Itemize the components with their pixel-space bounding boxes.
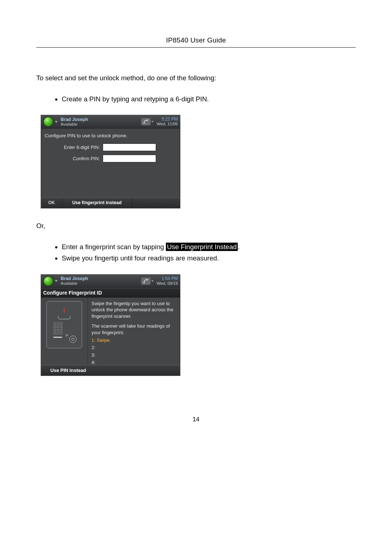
step-1: 1: Swipe. — [91, 337, 177, 344]
ok-button[interactable]: OK — [41, 198, 62, 208]
step-3: 3: — [91, 352, 177, 358]
header-rule — [36, 47, 356, 48]
bullet-list-2: Enter a fingerprint scan by tapping Use … — [36, 241, 356, 264]
fingerprint-instructions: Swipe the fingertip you want to use to u… — [88, 297, 180, 365]
status-bar-identity: Brad Joseph Available — [61, 117, 141, 126]
call-caret-icon[interactable] — [151, 280, 154, 282]
use-fingerprint-button[interactable]: Use fingerprint instead — [62, 198, 132, 208]
fingerprint-config-screenshot: Brad Joseph Available 1:54 PM Wed, 09/19… — [41, 274, 180, 376]
dot-icon — [66, 334, 68, 336]
bullet-fp-enter-post: . — [238, 243, 240, 251]
use-pin-instead-button[interactable]: Use PIN Instead — [41, 365, 95, 376]
softkey-bar: Use PIN Instead — [41, 365, 180, 376]
or-text: Or, — [36, 221, 356, 231]
bullet-fp-swipe: Swipe you fingertip until four readings … — [62, 252, 356, 264]
call-forward-icon[interactable] — [141, 278, 151, 285]
status-bar-identity: Brad Joseph Available — [61, 276, 141, 285]
enter-pin-row: Enter 6-digit PIN: — [45, 143, 176, 151]
time-value: 1:54 PM — [156, 276, 178, 281]
nav-disc-icon — [69, 336, 77, 343]
user-status: Available — [61, 281, 141, 285]
presence-indicator-icon[interactable] — [43, 276, 53, 286]
svg-point-0 — [143, 122, 145, 124]
pin-config-screenshot: Brad Joseph Available 5:22 PM Wed, 11/05… — [41, 115, 180, 208]
confirm-pin-label: Confirm PIN: — [45, 156, 103, 161]
presence-indicator-icon[interactable] — [43, 117, 53, 127]
enter-pin-label: Enter 6-digit PIN: — [45, 145, 103, 150]
call-forward-icon[interactable] — [141, 118, 151, 125]
page-number: 14 — [36, 416, 356, 423]
fingerprint-body: ↓ ▢▢▢ ▢▢▢ ▢▢▢ ▢▢▢ Swipe the fingertip yo… — [41, 297, 180, 365]
bullet-pin: Create a PIN by typing and retyping a 6-… — [62, 93, 356, 105]
presence-caret-icon[interactable] — [55, 121, 58, 123]
fingerprint-illustration-panel: ↓ ▢▢▢ ▢▢▢ ▢▢▢ ▢▢▢ — [41, 297, 88, 365]
pin-body: Configure PIN to use to unlock phone. En… — [41, 129, 180, 198]
call-caret-icon[interactable] — [151, 121, 154, 122]
swipe-down-arrow-icon: ↓ — [62, 304, 67, 314]
fp-instruction-1: Swipe the fingertip you want to use to u… — [91, 300, 177, 320]
screen-title: Configure Fingerprint ID — [41, 288, 180, 297]
bullet-fp-enter: Enter a fingerprint scan by tapping Use … — [62, 241, 356, 252]
fp-instruction-2: The scanner will take four readings of y… — [91, 323, 177, 336]
presence-caret-icon[interactable] — [55, 280, 58, 282]
intro-paragraph: To select and set the unlock method, do … — [36, 73, 356, 83]
pin-instruction: Configure PIN to use to unlock phone. — [45, 133, 176, 138]
softkey-spacer — [132, 198, 180, 208]
keypad-icon: ▢▢▢ ▢▢▢ ▢▢▢ ▢▢▢ — [53, 322, 63, 339]
date-value: Wed, 09/19 — [156, 281, 178, 286]
status-bar: Brad Joseph Available 5:22 PM Wed, 11/05 — [41, 115, 180, 129]
user-name: Brad Joseph — [61, 117, 141, 122]
user-status: Available — [61, 122, 141, 126]
document-page: IP8540 User Guide To select and set the … — [0, 0, 392, 445]
clock: 1:54 PM Wed, 09/19 — [156, 276, 178, 286]
enter-pin-input[interactable] — [103, 143, 156, 151]
time-value: 5:22 PM — [156, 117, 178, 122]
use-fingerprint-instead-label: Use Fingerprint Instead — [166, 243, 238, 251]
scanner-slot-icon — [58, 316, 70, 319]
page-header-title: IP8540 User Guide — [36, 36, 356, 44]
bullet-fp-enter-pre: Enter a fingerprint scan by tapping — [62, 243, 166, 251]
step-4: 4: — [91, 359, 177, 366]
reading-steps: 1: Swipe. 2: 3: 4: — [91, 336, 177, 366]
date-value: Wed, 11/05 — [156, 122, 178, 126]
confirm-pin-input[interactable] — [103, 155, 156, 162]
bullet-list-1: Create a PIN by typing and retyping a 6-… — [36, 93, 356, 105]
svg-point-1 — [143, 282, 145, 283]
user-name: Brad Joseph — [61, 276, 141, 281]
phone-illustration-icon: ↓ ▢▢▢ ▢▢▢ ▢▢▢ ▢▢▢ — [46, 301, 82, 348]
softkey-bar: OK Use fingerprint instead — [41, 198, 180, 208]
confirm-pin-row: Confirm PIN: — [45, 155, 176, 162]
step-2: 2: — [91, 344, 177, 351]
status-bar: Brad Joseph Available 1:54 PM Wed, 09/19 — [41, 275, 180, 288]
clock: 5:22 PM Wed, 11/05 — [156, 117, 178, 126]
